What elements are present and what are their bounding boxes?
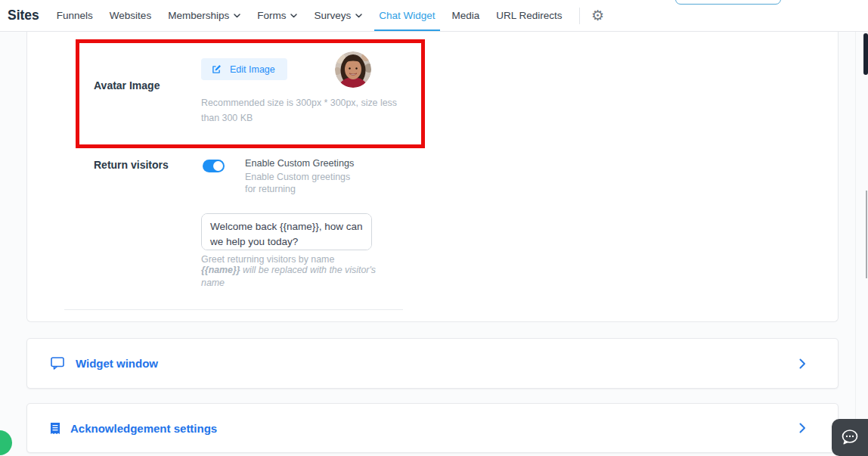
scrollbar-track-edge: [855, 31, 856, 456]
enable-custom-greetings-subtitle: Enable Custom greetings for returning: [245, 171, 352, 196]
avatar-helper-text: Recommended size is 300px * 300px, size …: [201, 95, 399, 126]
support-chat-bubble[interactable]: [0, 430, 12, 455]
tab-label: Surveys: [314, 10, 351, 21]
cutoff-top-button[interactable]: [675, 0, 781, 5]
edit-image-button[interactable]: Edit Image: [201, 58, 287, 80]
chevron-right-icon: [799, 423, 806, 433]
avatar-photo: [335, 51, 371, 88]
receipt-icon: [51, 423, 60, 434]
return-visitors-label: Return visitors: [94, 159, 169, 171]
avatar-image[interactable]: [335, 51, 371, 88]
edit-pencil-icon: [211, 64, 222, 75]
tab-chat-widget[interactable]: Chat Widget: [370, 0, 443, 31]
chevron-right-icon: [799, 358, 806, 369]
inner-scrollbar-thumb[interactable]: [863, 33, 868, 75]
name-token: {{name}}: [201, 265, 240, 275]
custom-greetings-toggle[interactable]: [203, 160, 225, 172]
tab-label: URL Redirects: [496, 10, 562, 21]
tab-label: Media: [452, 10, 480, 21]
tab-surveys[interactable]: Surveys: [305, 0, 370, 31]
greeting-message-textarea[interactable]: Welcome back {{name}}, how can we help y…: [201, 213, 372, 250]
chat-bubble-icon: [51, 357, 65, 370]
chevron-down-icon: [355, 14, 362, 18]
tab-forms[interactable]: Forms: [249, 0, 305, 31]
tab-funnels[interactable]: Funnels: [48, 0, 101, 31]
acknowledgement-settings-card[interactable]: Acknowledgement settings: [26, 403, 839, 453]
nav-tabs: Funnels Websites Memberships Forms Surve…: [48, 0, 571, 31]
nav-divider: [579, 8, 580, 24]
chat-widget-settings-panel: [26, 31, 839, 322]
settings-gear-button[interactable]: ⚙: [588, 6, 608, 26]
tab-media[interactable]: Media: [444, 0, 488, 31]
enable-custom-greetings-title: Enable Custom Greetings: [245, 158, 354, 169]
chat-launcher-icon: [839, 428, 860, 448]
avatar-image-label: Avatar Image: [94, 79, 160, 92]
gear-icon: ⚙: [591, 8, 604, 23]
tab-url-redirects[interactable]: URL Redirects: [488, 0, 570, 31]
section-divider: [64, 309, 403, 310]
chevron-down-icon: [234, 14, 240, 18]
tab-label: Funnels: [57, 10, 93, 21]
chat-widget-settings-page: Sites Funnels Websites Memberships Forms…: [0, 0, 868, 456]
widget-window-card[interactable]: Widget window: [26, 338, 839, 389]
tab-label: Websites: [110, 10, 151, 21]
greeting-token-helper-text: {{name}} will be replaced with the visit…: [201, 264, 383, 290]
edit-image-label: Edit Image: [230, 64, 275, 75]
chevron-down-icon: [290, 14, 297, 18]
tab-label: Chat Widget: [379, 10, 435, 21]
widget-window-title: Widget window: [76, 357, 158, 370]
page-scrollbar-thumb[interactable]: [866, 191, 867, 278]
tab-label: Forms: [257, 10, 286, 21]
tab-websites[interactable]: Websites: [101, 0, 160, 31]
chat-launcher-button[interactable]: [832, 419, 868, 456]
page-title: Sites: [8, 8, 39, 23]
top-navigation: Sites Funnels Websites Memberships Forms…: [0, 0, 868, 32]
tab-memberships[interactable]: Memberships: [160, 0, 249, 31]
tab-label: Memberships: [168, 10, 229, 21]
acknowledgement-settings-title: Acknowledgement settings: [70, 422, 217, 435]
